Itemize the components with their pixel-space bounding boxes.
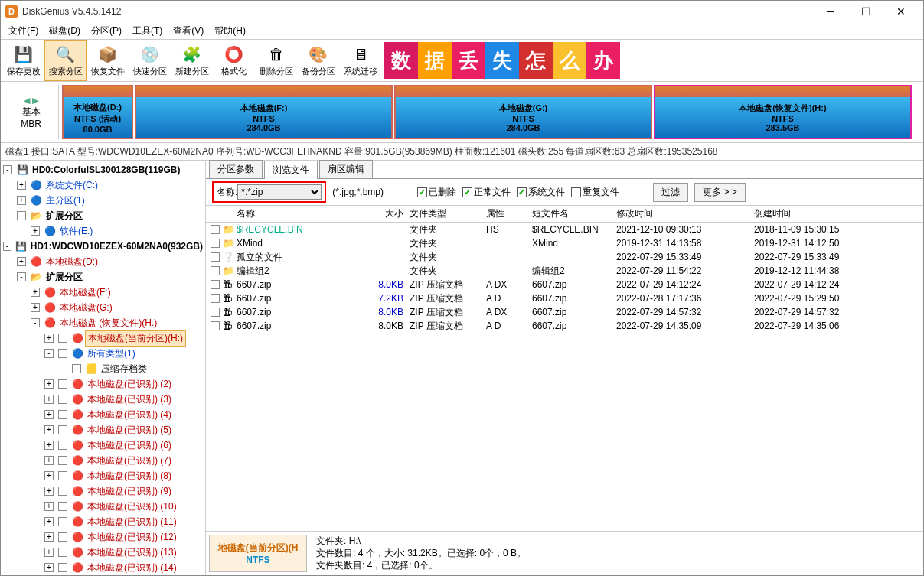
expand-icon[interactable]: +	[17, 181, 26, 190]
expand-icon[interactable]: +	[44, 471, 54, 480]
checkbox-icon[interactable]	[211, 239, 220, 248]
checkbox-icon[interactable]	[58, 548, 67, 557]
expand-icon[interactable]: +	[44, 532, 54, 542]
tree-item[interactable]: +🔴本地磁盘(已识别) (11)	[1, 514, 205, 529]
col-mod[interactable]: 修改时间	[613, 207, 751, 220]
filter-name-select[interactable]: *.*zip	[237, 184, 322, 200]
tree-item[interactable]: -🔵所有类型(1)	[1, 346, 205, 361]
checkbox-icon[interactable]	[58, 395, 67, 404]
checkbox-icon[interactable]	[211, 294, 220, 303]
menu-disk[interactable]: 磁盘(D)	[44, 23, 85, 39]
recover-files-button[interactable]: 📦恢复文件	[87, 40, 129, 81]
expand-icon[interactable]: +	[44, 548, 54, 557]
expand-icon[interactable]: +	[31, 226, 40, 236]
chk-duplicate[interactable]: 重复文件	[571, 186, 619, 199]
tree-item[interactable]: +🔴本地磁盘(已识别) (6)	[1, 438, 205, 453]
checkbox-icon[interactable]	[58, 532, 67, 542]
tree-item[interactable]: +🔴本地磁盘(已识别) (13)	[1, 545, 205, 560]
col-type[interactable]: 文件类型	[406, 207, 483, 220]
minimize-button[interactable]: ─	[813, 1, 848, 22]
expand-icon[interactable]: -	[31, 318, 40, 327]
tree-item[interactable]: +🔴本地磁盘(已识别) (8)	[1, 468, 205, 483]
expand-icon[interactable]: +	[17, 257, 26, 266]
tree-item[interactable]: +🔴本地磁盘(已识别) (14)	[1, 560, 205, 575]
checkbox-icon[interactable]	[58, 379, 67, 389]
tree-item[interactable]: +🔴本地磁盘(F:)	[1, 285, 205, 300]
tree-item[interactable]: +🔴本地磁盘(D:)	[1, 254, 205, 269]
expand-icon[interactable]: +	[31, 288, 40, 297]
partition-block[interactable]: 本地磁盘(D:)NTFS (活动)80.0GB	[62, 85, 133, 139]
col-attr[interactable]: 属性	[483, 207, 529, 220]
checkbox-icon[interactable]	[58, 487, 67, 496]
partition-block[interactable]: 本地磁盘(G:)NTFS284.0GB	[394, 85, 652, 139]
expand-icon[interactable]: +	[44, 517, 54, 526]
tab-browse-files[interactable]: 浏览文件	[264, 161, 318, 179]
expand-icon[interactable]: +	[44, 456, 54, 465]
col-name[interactable]: 名称	[233, 207, 364, 220]
filter-button[interactable]: 过滤	[653, 183, 688, 202]
tree-item[interactable]: +🔴本地磁盘(已识别) (12)	[1, 529, 205, 545]
expand-icon[interactable]: -	[3, 165, 12, 174]
tree-item[interactable]: +🔵软件(E:)	[1, 223, 205, 239]
expand-icon[interactable]: -	[3, 242, 11, 251]
quick-partition-button[interactable]: 💿快速分区	[129, 40, 171, 81]
chk-normal[interactable]: 正常文件	[462, 186, 511, 199]
tree-item[interactable]: +🔴本地磁盘(G:)	[1, 300, 205, 315]
checkbox-icon[interactable]	[211, 280, 220, 289]
file-row[interactable]: 🗜 6607.zip 8.0KB ZIP 压缩文档 A DX 6607.zip …	[206, 278, 923, 291]
expand-icon[interactable]: +	[31, 303, 40, 312]
expand-icon[interactable]: +	[44, 425, 54, 434]
col-size[interactable]: 大小	[364, 207, 406, 220]
tree-item[interactable]: +🔴本地磁盘(已识别) (2)	[1, 376, 205, 392]
partition-block[interactable]: 本地磁盘(恢复文件)(H:)NTFS283.5GB	[654, 85, 912, 139]
col-create[interactable]: 创建时间	[751, 207, 889, 220]
menu-help[interactable]: 帮助(H)	[210, 23, 250, 39]
checkbox-icon[interactable]	[211, 308, 220, 317]
save-button[interactable]: 💾保存更改	[2, 40, 44, 81]
checkbox-icon[interactable]	[58, 502, 67, 511]
menu-partition[interactable]: 分区(P)	[87, 23, 126, 39]
tree-item[interactable]: -🔴本地磁盘 (恢复文件)(H:)	[1, 315, 205, 330]
expand-icon[interactable]: +	[44, 487, 54, 496]
tree-item[interactable]: +🔴本地磁盘(已识别) (3)	[1, 392, 205, 407]
tree-item[interactable]: +🔴本地磁盘(已识别) (7)	[1, 453, 205, 468]
chk-deleted[interactable]: 已删除	[417, 186, 456, 199]
file-row[interactable]: 🗜 6607.zip 8.0KB ZIP 压缩文档 A DX 6607.zip …	[206, 305, 923, 319]
tree-item[interactable]: -💾HD0:ColorfulSL300128GB(119GB)	[1, 162, 205, 177]
expand-icon[interactable]: -	[44, 349, 54, 358]
new-partition-button[interactable]: 🧩新建分区	[171, 40, 213, 81]
expand-icon[interactable]: +	[44, 334, 54, 343]
tree-item[interactable]: +🔵主分区(1)	[1, 193, 205, 208]
tab-partition-params[interactable]: 分区参数	[209, 160, 263, 178]
file-row[interactable]: ❔ 孤立的文件 文件夹 2022-07-29 15:33:49 2022-07-…	[206, 250, 923, 264]
chk-system[interactable]: 系统文件	[517, 186, 565, 199]
file-row[interactable]: 🗜 6607.zip 8.0KB ZIP 压缩文档 A D 6607.zip 2…	[206, 319, 923, 333]
checkbox-icon[interactable]	[211, 321, 220, 330]
file-list-header[interactable]: 名称 大小 文件类型 属性 短文件名 修改时间 创建时间	[206, 206, 923, 223]
tree-item[interactable]: -📂扩展分区	[1, 269, 205, 285]
more-button[interactable]: 更多 > >	[694, 183, 746, 202]
file-row[interactable]: 📁 XMind 文件夹 XMind 2019-12-31 14:13:58 20…	[206, 236, 923, 250]
partition-block[interactable]: 本地磁盘(F:)NTFS284.0GB	[135, 85, 393, 139]
expand-icon[interactable]: +	[44, 563, 54, 572]
checkbox-icon[interactable]	[58, 456, 67, 465]
checkbox-icon[interactable]	[58, 334, 67, 343]
expand-icon[interactable]: -	[17, 272, 26, 281]
file-row[interactable]: 📁 编辑组2 文件夹 编辑组2 2022-07-29 11:54:22 2019…	[206, 264, 923, 278]
expand-icon[interactable]: +	[44, 395, 54, 404]
checkbox-icon[interactable]	[58, 517, 67, 526]
file-list[interactable]: 名称 大小 文件类型 属性 短文件名 修改时间 创建时间 📁 $RECYCLE.…	[206, 205, 923, 531]
checkbox-icon[interactable]	[58, 471, 67, 480]
tree-item[interactable]: 🟨压缩存档类	[1, 361, 205, 376]
toolbar-ad[interactable]: 数 据 丢 失 怎 么 办	[384, 42, 620, 79]
menu-tools[interactable]: 工具(T)	[128, 23, 167, 39]
checkbox-icon[interactable]	[58, 441, 67, 450]
menu-file[interactable]: 文件(F)	[4, 23, 43, 39]
file-row[interactable]: 🗜 6607.zip 7.2KB ZIP 压缩文档 A D 6607.zip 2…	[206, 291, 923, 305]
tree-item[interactable]: -💾HD1:WDCWD10EZEX-60M2NA0(932GB)	[1, 239, 205, 254]
format-button[interactable]: ⭕格式化	[213, 40, 255, 81]
col-short[interactable]: 短文件名	[529, 207, 613, 220]
search-partition-button[interactable]: 🔍搜索分区	[44, 40, 87, 81]
tree-item[interactable]: +🔴本地磁盘(已识别) (10)	[1, 499, 205, 514]
tree-item[interactable]: +🔴本地磁盘(当前分区)(H:)	[1, 330, 205, 346]
